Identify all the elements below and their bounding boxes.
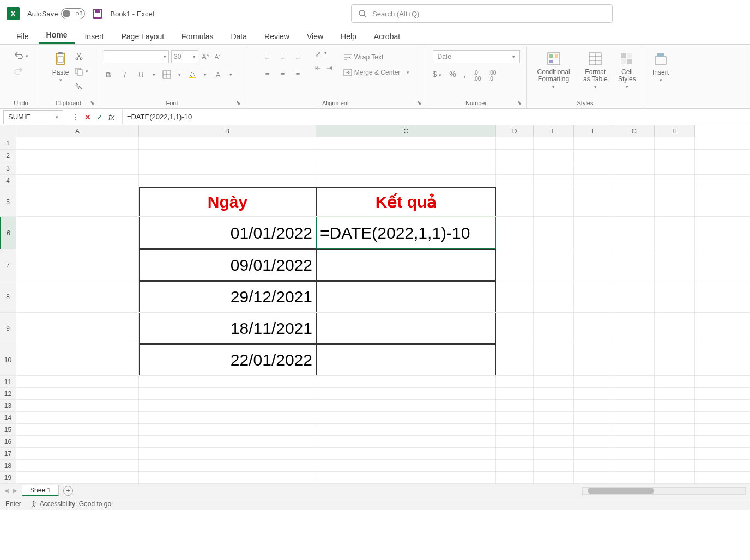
cell-H4[interactable] <box>655 175 695 187</box>
number-dialog-launcher[interactable]: ⬊ <box>517 100 524 106</box>
cell-B13[interactable] <box>139 400 316 411</box>
cell-D6[interactable] <box>496 217 534 249</box>
cell-C2[interactable] <box>316 150 496 162</box>
cell-A9[interactable] <box>16 313 139 344</box>
cell-B3[interactable] <box>139 162 316 174</box>
orientation-button[interactable]: ⤢ <box>315 50 321 58</box>
cell-E1[interactable] <box>534 137 574 149</box>
cell-G19[interactable] <box>614 472 655 483</box>
cell-C15[interactable] <box>316 424 496 435</box>
cell-G4[interactable] <box>614 175 655 187</box>
autosave-toggle[interactable]: AutoSave Off <box>27 8 85 19</box>
cell-H6[interactable] <box>655 217 695 249</box>
name-box[interactable]: SUMIF ▾ <box>3 110 63 124</box>
format-painter-button[interactable] <box>75 81 88 93</box>
row-header-3[interactable]: 3 <box>0 162 16 174</box>
cell-F6[interactable] <box>574 217 614 249</box>
tab-insert[interactable]: Insert <box>77 29 111 44</box>
save-icon[interactable] <box>93 9 102 19</box>
cell-H14[interactable] <box>655 412 695 423</box>
column-header-E[interactable]: E <box>534 125 574 137</box>
cell-A11[interactable] <box>16 376 139 387</box>
cell-H12[interactable] <box>655 388 695 399</box>
decrease-font-button[interactable]: Aˇ <box>213 52 222 62</box>
cell-C3[interactable] <box>316 162 496 174</box>
search-input[interactable]: Search (Alt+Q) <box>351 4 613 23</box>
cell-H3[interactable] <box>655 162 695 174</box>
align-right-button[interactable]: ≡ <box>292 66 304 80</box>
cell-E15[interactable] <box>534 424 574 435</box>
cell-A16[interactable] <box>16 436 139 447</box>
cell-F12[interactable] <box>574 388 614 399</box>
row-header-4[interactable]: 4 <box>0 175 16 187</box>
cell-F3[interactable] <box>574 162 614 174</box>
fill-color-button[interactable] <box>188 70 197 80</box>
font-size-input[interactable]: 30▾ <box>171 50 198 63</box>
cell-D12[interactable] <box>496 388 534 399</box>
cell-A15[interactable] <box>16 424 139 435</box>
cell-B16[interactable] <box>139 436 316 447</box>
cell-A13[interactable] <box>16 400 139 411</box>
cell-H7[interactable] <box>655 249 695 281</box>
tab-page-layout[interactable]: Page Layout <box>113 29 172 44</box>
row-header-19[interactable]: 19 <box>0 472 16 483</box>
cell-G9[interactable] <box>614 313 655 344</box>
cell-D8[interactable] <box>496 281 534 312</box>
bold-button[interactable]: B <box>104 70 113 80</box>
cell-B11[interactable] <box>139 376 316 387</box>
tab-file[interactable]: File <box>9 29 37 44</box>
align-top-button[interactable]: ≡ <box>262 50 274 63</box>
tab-view[interactable]: View <box>299 29 331 44</box>
cell-C19[interactable] <box>316 472 496 483</box>
cell-B15[interactable] <box>139 424 316 435</box>
row-header-10[interactable]: 10 <box>0 344 16 375</box>
cell-A2[interactable] <box>16 150 139 162</box>
cell-A1[interactable] <box>16 137 139 149</box>
cell-E5[interactable] <box>534 187 574 216</box>
row-header-1[interactable]: 1 <box>0 137 16 149</box>
cell-G15[interactable] <box>614 424 655 435</box>
redo-button[interactable] <box>14 65 28 77</box>
cell-C7[interactable] <box>316 249 496 281</box>
formula-more-button[interactable]: ⋮ <box>72 113 79 121</box>
increase-indent-button[interactable]: ⇥ <box>326 64 332 72</box>
cell-C13[interactable] <box>316 400 496 411</box>
cell-H11[interactable] <box>655 376 695 387</box>
cell-C8[interactable] <box>316 281 496 312</box>
cell-B14[interactable] <box>139 412 316 423</box>
cell-F14[interactable] <box>574 412 614 423</box>
paste-button[interactable]: Paste ▾ <box>49 48 72 85</box>
cell-D19[interactable] <box>496 472 534 483</box>
decrease-decimal-button[interactable]: .00.0 <box>488 70 496 82</box>
borders-button[interactable] <box>162 70 172 80</box>
align-bottom-button[interactable]: ≡ <box>292 50 304 63</box>
cell-H1[interactable] <box>655 137 695 149</box>
cell-F16[interactable] <box>574 436 614 447</box>
cell-B2[interactable] <box>139 150 316 162</box>
cell-D18[interactable] <box>496 460 534 471</box>
cell-G16[interactable] <box>614 436 655 447</box>
cell-B12[interactable] <box>139 388 316 399</box>
cell-A19[interactable] <box>16 472 139 483</box>
fx-icon[interactable]: fx <box>108 113 114 121</box>
cell-H15[interactable] <box>655 424 695 435</box>
percent-format-button[interactable]: % <box>449 70 456 82</box>
clipboard-dialog-launcher[interactable]: ⬊ <box>90 100 96 106</box>
cell-G11[interactable] <box>614 376 655 387</box>
cell-B18[interactable] <box>139 460 316 471</box>
cell-G1[interactable] <box>614 137 655 149</box>
insert-cells-button[interactable]: Insert▾ <box>649 48 673 85</box>
cell-A14[interactable] <box>16 412 139 423</box>
align-left-button[interactable]: ≡ <box>262 66 274 80</box>
cell-E7[interactable] <box>534 249 574 281</box>
cell-H8[interactable] <box>655 281 695 312</box>
cell-D4[interactable] <box>496 175 534 187</box>
cell-C9[interactable] <box>316 313 496 344</box>
italic-button[interactable]: I <box>120 70 130 80</box>
cell-D2[interactable] <box>496 150 534 162</box>
copy-button[interactable]: ▾ <box>75 65 88 77</box>
cell-E6[interactable] <box>534 217 574 249</box>
cell-C6[interactable]: =DATE(2022,1,1)-10 <box>316 217 496 249</box>
sheet-nav-next[interactable]: ▶ <box>13 488 17 494</box>
cell-H19[interactable] <box>655 472 695 483</box>
